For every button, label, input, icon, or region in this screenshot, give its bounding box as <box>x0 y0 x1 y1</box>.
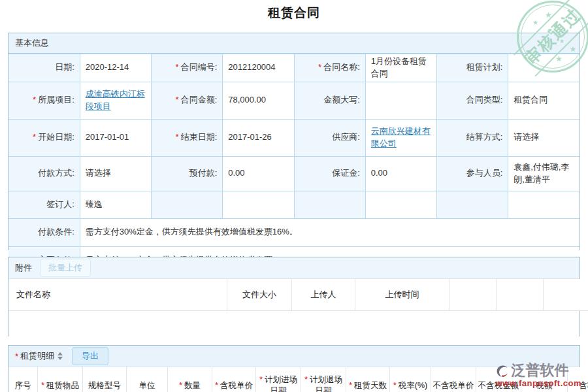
required-asterisk: * <box>15 351 18 361</box>
column-header: *计划退场日期 <box>301 367 346 392</box>
attachments-section: 附件 批量上传 文件名称文件大小上传人上传时间 <box>8 257 580 336</box>
column-header: 上传人 <box>292 279 355 311</box>
field-value <box>365 191 436 218</box>
batch-upload-button[interactable]: 批量上传 <box>40 259 91 277</box>
rental-details-toolbar: * 租赁明细 导出 <box>8 346 580 367</box>
rental-details-section: * 租赁明细 导出 序号*租赁物品规格型号单位*数量*含税单价*计划进场日期*计… <box>8 345 580 392</box>
table-row: *开始日期:2017-01-01*结束日期:2017-01-26供应商:云南欣兴… <box>8 119 580 156</box>
field-value: 1月份设备租赁合同 <box>365 54 436 82</box>
attachments-section-title: 附件 <box>15 262 32 274</box>
field-value: 0.00 <box>223 156 294 191</box>
field-value: 0.00 <box>365 156 436 191</box>
field-label: *结束日期: <box>152 119 223 156</box>
rental-details-section-title: 租赁明细 <box>20 350 54 362</box>
field-label: 供应商: <box>294 119 365 156</box>
column-header: 文件名称 <box>8 279 227 311</box>
column-header: 序号 <box>8 367 38 392</box>
basic-info-table: 日期:2020-12-14*合同编号:2012120004*合同名称:1月份设备… <box>8 54 580 274</box>
field-label: 结算方式: <box>437 119 508 156</box>
field-value: 2017-01-01 <box>80 119 151 156</box>
field-label: 签订人: <box>8 191 80 218</box>
field-label: 付款方式: <box>8 156 80 191</box>
column-header: *含税单价 <box>212 367 256 392</box>
column-header: *租赁物品 <box>38 367 83 392</box>
basic-info-section: 基本信息 日期:2020-12-14*合同编号:2012120004*合同名称:… <box>8 33 580 250</box>
rental-contract-page: 租赁合同 审核通过 ★ ★ ★ ★ ★ ★ 基本信息 日期:2020-12-14… <box>0 0 588 392</box>
table-row: 日期:2020-12-14*合同编号:2012120004*合同名称:1月份设备… <box>8 54 580 82</box>
field-value: 请选择 <box>508 119 580 156</box>
field-value: 2020-12-14 <box>80 54 151 82</box>
column-header: *税率(%) <box>390 367 431 392</box>
field-label: 参与人员: <box>437 156 508 191</box>
column-header: 单位 <box>127 367 168 392</box>
column-header: *数量 <box>168 367 212 392</box>
table-row: 签订人:臻逸 <box>8 191 580 218</box>
column-header: 不含税单价 <box>431 367 476 392</box>
field-value <box>508 54 580 82</box>
column-header <box>449 279 497 311</box>
field-label: *所属项目: <box>8 82 80 119</box>
field-label: *合同金额: <box>152 82 223 119</box>
field-value: 2012120004 <box>223 54 294 82</box>
field-label: *合同名称: <box>294 54 365 82</box>
column-header: 规格型号 <box>83 367 127 392</box>
field-label: 金额大写: <box>294 82 365 119</box>
column-header: 税额 <box>521 367 568 392</box>
column-header <box>497 279 544 311</box>
field-label <box>294 191 365 218</box>
column-header: *租赁天数 <box>346 367 390 392</box>
field-value-link[interactable]: 云南欣兴建材有限公司 <box>371 126 431 148</box>
field-value <box>365 82 436 119</box>
column-header <box>544 279 588 311</box>
field-value: 云南欣兴建材有限公司 <box>365 119 436 156</box>
field-value: 成渝高铁内江标段项目 <box>80 82 151 119</box>
attachments-toolbar: 附件 批量上传 <box>8 257 580 279</box>
sort-toggle-icon[interactable] <box>57 352 63 360</box>
table-header-row: 序号*租赁物品规格型号单位*数量*含税单价*计划进场日期*计划退场日期*租赁天数… <box>8 367 588 392</box>
field-label <box>437 191 508 218</box>
field-label: 预付款: <box>152 156 223 191</box>
field-value: 袁鑫,付伟璐,李朗,董清平 <box>508 156 580 191</box>
table-row: 付款条件:需方支付30%定金，供方须先提供有效增值税发票16%。 <box>8 218 580 246</box>
column-header: 含税金额 <box>568 367 588 392</box>
attachments-empty-body <box>8 311 580 340</box>
export-button[interactable]: 导出 <box>72 347 108 365</box>
field-value-link[interactable]: 成渝高铁内江标段项目 <box>86 89 145 111</box>
attachments-table: 文件名称文件大小上传人上传时间 <box>8 279 588 311</box>
field-label: 日期: <box>8 54 80 82</box>
page-title: 租赁合同 <box>0 5 588 22</box>
field-value: 臻逸 <box>80 191 151 218</box>
field-label: 保证金: <box>294 156 365 191</box>
table-row: *所属项目:成渝高铁内江标段项目*合同金额:78,000.00金额大写:合同类型… <box>8 82 580 119</box>
rental-details-table: 序号*租赁物品规格型号单位*数量*含税单价*计划进场日期*计划退场日期*租赁天数… <box>8 367 588 392</box>
field-label <box>152 191 223 218</box>
field-label: *合同编号: <box>152 54 223 82</box>
column-header: 上传时间 <box>355 279 449 311</box>
field-label: 租赁计划: <box>437 54 508 82</box>
table-header-row: 文件名称文件大小上传人上传时间 <box>8 279 588 311</box>
table-row: 付款方式:请选择预付款:0.00保证金:0.00参与人员:袁鑫,付伟璐,李朗,董… <box>8 156 580 191</box>
field-value: 请选择 <box>80 156 151 191</box>
column-header: 不含税金额 <box>476 367 521 392</box>
field-value <box>223 191 294 218</box>
basic-info-section-title: 基本信息 <box>8 33 580 54</box>
field-label: 付款条件: <box>8 218 80 246</box>
column-header: 文件大小 <box>227 279 292 311</box>
field-label: *开始日期: <box>8 119 80 156</box>
field-value: 2017-01-26 <box>223 119 294 156</box>
field-value: 78,000.00 <box>223 82 294 119</box>
field-value <box>508 191 580 218</box>
field-value: 租赁合同 <box>508 82 580 119</box>
field-label: 合同类型: <box>437 82 508 119</box>
column-header: *计划进场日期 <box>256 367 301 392</box>
field-value: 需方支付30%定金，供方须先提供有效增值税发票16%。 <box>80 218 580 246</box>
